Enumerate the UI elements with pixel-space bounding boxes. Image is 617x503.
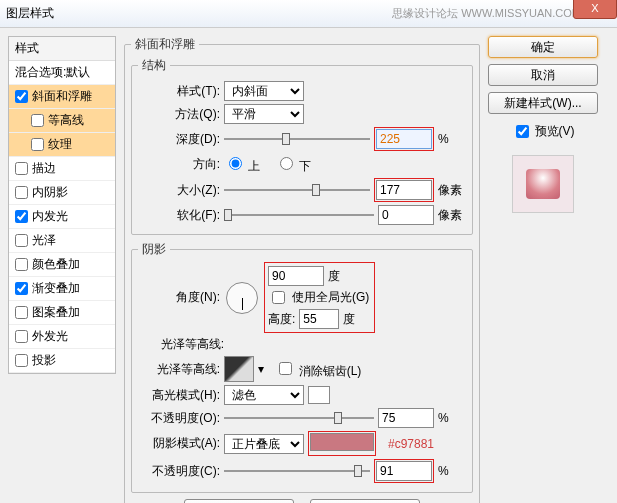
preview-checkbox[interactable] xyxy=(516,125,529,138)
style-item-checkbox[interactable] xyxy=(15,258,28,271)
style-item-checkbox[interactable] xyxy=(31,138,44,151)
size-slider[interactable] xyxy=(224,181,370,199)
highlight-mode-label: 高光模式(H): xyxy=(138,387,220,404)
size-label: 大小(Z): xyxy=(138,182,220,199)
highlight-mode-select[interactable]: 滤色 xyxy=(224,385,304,405)
panel-title: 斜面和浮雕 xyxy=(131,36,199,53)
style-list: 样式 混合选项:默认 斜面和浮雕 等高线 纹理 描边 内阴影 内发光 光泽 颜色… xyxy=(8,36,116,374)
angle-input[interactable] xyxy=(268,266,324,286)
cancel-button[interactable]: 取消 xyxy=(488,64,598,86)
style-item[interactable]: 描边 xyxy=(9,157,115,181)
preview-label: 预览(V) xyxy=(535,123,575,140)
shadow-color-swatch[interactable] xyxy=(310,433,374,451)
style-item[interactable]: 外发光 xyxy=(9,325,115,349)
style-item-checkbox[interactable] xyxy=(15,210,28,223)
highlight-opacity-label: 不透明度(O): xyxy=(138,410,220,427)
altitude-input[interactable] xyxy=(299,309,339,329)
style-item[interactable]: 图案叠加 xyxy=(9,301,115,325)
style-item-checkbox[interactable] xyxy=(15,282,28,295)
depth-slider[interactable] xyxy=(224,130,370,148)
soften-label: 软化(F): xyxy=(138,207,220,224)
style-item-checkbox[interactable] xyxy=(15,306,28,319)
close-button[interactable]: X xyxy=(573,0,617,19)
style-label: 样式(T): xyxy=(138,83,220,100)
style-item-checkbox[interactable] xyxy=(15,354,28,367)
technique-label: 方法(Q): xyxy=(138,106,220,123)
angle-dial[interactable] xyxy=(226,282,258,314)
technique-select[interactable]: 平滑 xyxy=(224,104,304,124)
shadow-opacity-input[interactable] xyxy=(376,461,432,481)
soften-input[interactable] xyxy=(378,205,434,225)
style-item[interactable]: 光泽 xyxy=(9,229,115,253)
style-item[interactable]: 颜色叠加 xyxy=(9,253,115,277)
antialias-checkbox[interactable]: 消除锯齿(L) xyxy=(275,359,361,380)
style-item[interactable]: 纹理 xyxy=(9,133,115,157)
new-style-button[interactable]: 新建样式(W)... xyxy=(488,92,598,114)
style-item[interactable]: 内发光 xyxy=(9,205,115,229)
style-item-checkbox[interactable] xyxy=(15,186,28,199)
window-title: 图层样式 xyxy=(6,5,392,22)
highlight-opacity-slider[interactable] xyxy=(224,409,374,427)
shadow-mode-label: 阴影模式(A): xyxy=(138,435,220,452)
style-item-checkbox[interactable] xyxy=(15,330,28,343)
style-select[interactable]: 内斜面 xyxy=(224,81,304,101)
style-item-checkbox[interactable] xyxy=(15,90,28,103)
make-default-button[interactable]: 设置为默认值 xyxy=(184,499,294,503)
chevron-down-icon[interactable]: ▾ xyxy=(258,362,264,376)
style-item-checkbox[interactable] xyxy=(15,162,28,175)
watermark: 思缘设计论坛 WWW.MISSYUAN.COM xyxy=(392,6,581,21)
shadow-mode-select[interactable]: 正片叠底 xyxy=(224,434,304,454)
style-item[interactable]: 等高线 xyxy=(9,109,115,133)
gloss-contour-picker[interactable] xyxy=(224,356,254,382)
direction-down[interactable]: 下 xyxy=(275,154,311,175)
depth-label: 深度(D): xyxy=(138,131,220,148)
shadow-opacity-label: 不透明度(C): xyxy=(138,463,220,480)
shading-group: 阴影 角度(N): 度 使用全局光(G) 高度: 度 xyxy=(131,241,473,493)
angle-label: 角度(N): xyxy=(138,289,220,306)
style-item[interactable]: 渐变叠加 xyxy=(9,277,115,301)
style-item[interactable]: 斜面和浮雕 xyxy=(9,85,115,109)
style-item[interactable]: 投影 xyxy=(9,349,115,373)
blending-options-row[interactable]: 混合选项:默认 xyxy=(9,61,115,85)
global-light-checkbox[interactable]: 使用全局光(G) xyxy=(268,288,371,307)
structure-group: 结构 样式(T): 内斜面 方法(Q): 平滑 深度(D): % 方向: xyxy=(131,57,473,235)
style-item-checkbox[interactable] xyxy=(15,234,28,247)
gloss-contour-label: 光泽等高线: xyxy=(138,361,220,378)
highlight-opacity-input[interactable] xyxy=(378,408,434,428)
direction-label: 方向: xyxy=(138,156,220,173)
depth-input[interactable] xyxy=(376,129,432,149)
hex-annotation: #c97881 xyxy=(388,437,434,451)
titlebar: 图层样式 思缘设计论坛 WWW.MISSYUAN.COM X xyxy=(0,0,617,28)
bevel-panel: 斜面和浮雕 结构 样式(T): 内斜面 方法(Q): 平滑 深度(D): % xyxy=(124,36,480,503)
ok-button[interactable]: 确定 xyxy=(488,36,598,58)
size-input[interactable] xyxy=(376,180,432,200)
reset-default-button[interactable]: 复位为默认值 xyxy=(310,499,420,503)
style-list-header: 样式 xyxy=(9,37,115,61)
altitude-label: 高度: xyxy=(268,311,295,328)
direction-up[interactable]: 上 xyxy=(224,154,260,175)
gloss-label: 光泽等高线: xyxy=(142,336,224,353)
soften-slider[interactable] xyxy=(224,206,374,224)
highlight-color-swatch[interactable] xyxy=(308,386,330,404)
style-item[interactable]: 内阴影 xyxy=(9,181,115,205)
shadow-opacity-slider[interactable] xyxy=(224,462,370,480)
preview-thumbnail xyxy=(512,155,574,213)
style-item-checkbox[interactable] xyxy=(31,114,44,127)
